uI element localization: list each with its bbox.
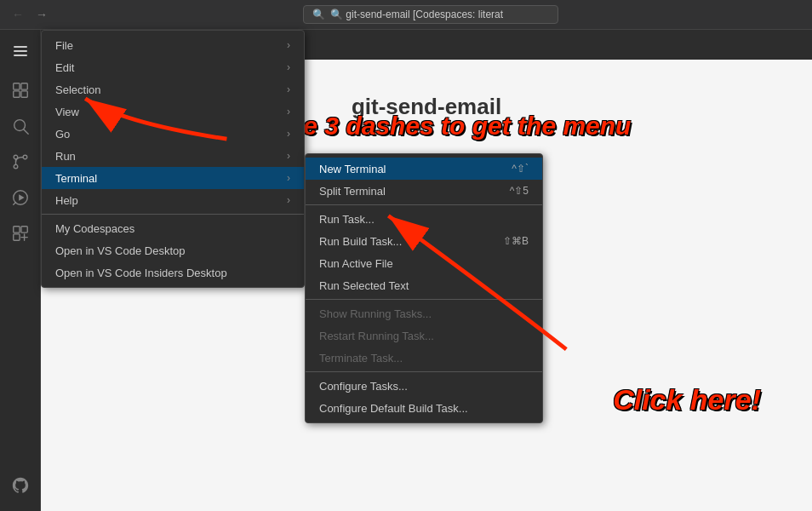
split-terminal-label: Split Terminal — [319, 185, 493, 198]
svg-rect-0 — [13, 83, 19, 89]
menu-item-my-codespaces[interactable]: My Codespaces — [42, 217, 304, 239]
svg-rect-13 — [13, 227, 19, 233]
menu-arrow-help: › — [287, 194, 290, 206]
search-bar: 🔍 🔍 git-send-email [Codespaces: literat — [58, 5, 803, 24]
submenu-item-configure-tasks[interactable]: Configure Tasks... — [306, 375, 542, 397]
menu-arrow-run: › — [287, 150, 290, 162]
svg-rect-15 — [13, 234, 19, 240]
run-icon — [11, 188, 30, 207]
submenu-item-split-terminal[interactable]: Split Terminal ^⇧5 — [306, 180, 542, 202]
svg-line-5 — [23, 129, 27, 135]
address-input[interactable]: 🔍 🔍 git-send-email [Codespaces: literat — [303, 5, 558, 24]
menu-divider1 — [42, 214, 304, 215]
submenu-item-run-build-task[interactable]: Run Build Task... ⇧⌘B — [306, 230, 542, 252]
menu-arrow-terminal: › — [287, 172, 290, 184]
main-menu[interactable]: File › Edit › Selection › View › — [41, 30, 305, 288]
menu-arrow-selection: › — [287, 83, 290, 95]
hamburger-line1 — [14, 46, 27, 48]
menu-item-go[interactable]: Go › — [42, 123, 304, 145]
submenu-item-run-active-file[interactable]: Run Active File — [306, 252, 542, 274]
annotation-instruction2: Click here! — [613, 382, 761, 417]
activity-icon-source-control[interactable] — [3, 145, 37, 179]
search-activity-icon — [11, 117, 30, 135]
submenu-item-configure-default-build-task[interactable]: Configure Default Build Task... — [306, 397, 542, 419]
activity-icon-hamburger[interactable] — [3, 34, 37, 68]
menu-item-open-vscode[interactable]: Open in VS Code Desktop — [42, 239, 304, 261]
main-layout: ⋯ 📄 [Preview] README.md ✕ git-send-email… — [0, 30, 812, 511]
back-button[interactable]: ← — [9, 6, 27, 23]
run-build-task-shortcut: ⇧⌘B — [503, 235, 529, 247]
run-selected-text-label: Run Selected Text — [319, 279, 529, 292]
menu-item-go-label: Go — [55, 128, 287, 141]
submenu-item-terminate-task[interactable]: Terminate Task... — [306, 347, 542, 369]
run-task-label: Run Task... — [319, 213, 529, 226]
svg-rect-2 — [13, 91, 19, 97]
editor-area: ⋯ 📄 [Preview] README.md ✕ git-send-email… — [41, 30, 812, 511]
menu-item-terminal[interactable]: Terminal › — [42, 167, 304, 189]
activity-icon-github[interactable] — [3, 468, 37, 502]
hamburger-icon[interactable] — [7, 39, 34, 63]
menu-arrow-view: › — [287, 106, 290, 118]
svg-line-12 — [13, 203, 15, 205]
search-text: 🔍 git-send-email [Codespaces: literat — [330, 9, 503, 20]
configure-tasks-label: Configure Tasks... — [319, 380, 529, 393]
svg-point-6 — [14, 164, 18, 169]
submenu-item-show-running-tasks[interactable]: Show Running Tasks... — [306, 302, 542, 324]
submenu-item-restart-running-task[interactable]: Restart Running Task... — [306, 324, 542, 347]
svg-marker-11 — [19, 194, 24, 200]
restart-running-task-label: Restart Running Task... — [319, 330, 529, 342]
menu-item-terminal-label: Terminal — [55, 172, 287, 185]
menu-item-file-label: File — [55, 39, 287, 52]
navigation-buttons: ← → — [9, 6, 51, 23]
menu-item-my-codespaces-label: My Codespaces — [55, 222, 290, 235]
menu-item-view[interactable]: View › — [42, 100, 304, 123]
run-build-task-label: Run Build Task... — [319, 235, 486, 248]
explorer-icon — [11, 81, 30, 100]
menu-item-edit-label: Edit — [55, 61, 287, 74]
configure-default-build-task-label: Configure Default Build Task... — [319, 402, 529, 415]
svg-rect-1 — [20, 83, 26, 89]
forward-button[interactable]: → — [32, 6, 51, 23]
submenu-divider1 — [306, 204, 542, 205]
menu-item-file[interactable]: File › — [42, 34, 304, 56]
github-icon — [11, 476, 30, 495]
menu-item-selection[interactable]: Selection › — [42, 78, 304, 100]
terminal-submenu[interactable]: New Terminal ^⇧` Split Terminal ^⇧5 Run … — [305, 153, 543, 423]
activity-bar-bottom — [3, 468, 37, 511]
source-control-icon — [11, 152, 30, 171]
menu-item-help[interactable]: Help › — [42, 189, 304, 211]
show-running-tasks-label: Show Running Tasks... — [319, 307, 529, 320]
terminate-task-label: Terminate Task... — [319, 352, 529, 365]
activity-icon-run[interactable] — [3, 181, 37, 215]
title-bar: ← → 🔍 🔍 git-send-email [Codespaces: lite… — [0, 0, 812, 30]
menu-item-edit[interactable]: Edit › — [42, 56, 304, 78]
run-active-file-label: Run Active File — [319, 257, 529, 270]
submenu-item-run-task[interactable]: Run Task... — [306, 208, 542, 230]
hamburger-line3 — [14, 55, 27, 56]
menu-item-open-vscode-insiders-label: Open in VS Code Insiders Desktop — [55, 267, 290, 279]
activity-icon-search[interactable] — [3, 109, 37, 143]
menu-item-open-vscode-insiders[interactable]: Open in VS Code Insiders Desktop — [42, 261, 304, 284]
submenu-item-run-selected-text[interactable]: Run Selected Text — [306, 274, 542, 296]
menu-item-view-label: View — [55, 106, 287, 118]
new-terminal-label: New Terminal — [319, 163, 495, 175]
activity-icon-extensions[interactable] — [3, 216, 37, 250]
submenu-divider2 — [306, 299, 542, 300]
activity-bar — [0, 30, 41, 511]
split-terminal-shortcut: ^⇧5 — [510, 185, 529, 197]
svg-point-7 — [23, 155, 27, 159]
menu-item-run[interactable]: Run › — [42, 145, 304, 167]
menu-item-selection-label: Selection — [55, 83, 287, 96]
menu-item-open-vscode-label: Open in VS Code Desktop — [55, 244, 290, 257]
menu-arrow-go: › — [287, 128, 290, 140]
submenu-divider3 — [306, 371, 542, 372]
menu-item-run-label: Run — [55, 150, 287, 163]
svg-rect-3 — [20, 91, 26, 97]
menu-item-help-label: Help — [55, 194, 287, 207]
hamburger-line2 — [14, 50, 27, 52]
svg-rect-14 — [20, 227, 26, 233]
menu-arrow-file: › — [287, 39, 290, 51]
extensions-icon — [11, 224, 30, 243]
activity-icon-explorer[interactable] — [3, 73, 37, 107]
submenu-item-new-terminal[interactable]: New Terminal ^⇧` — [306, 158, 542, 180]
